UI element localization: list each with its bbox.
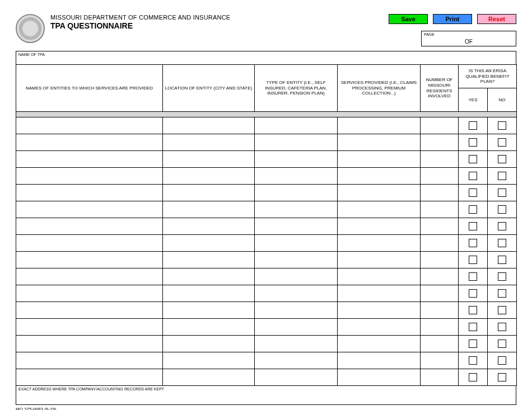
yes-checkbox[interactable] <box>469 188 477 197</box>
cell-residents[interactable] <box>421 268 459 285</box>
cell-location[interactable] <box>163 285 255 302</box>
cell-name[interactable] <box>16 302 163 319</box>
cell-services[interactable] <box>338 352 421 369</box>
cell-type[interactable] <box>255 185 338 201</box>
cell-type[interactable] <box>255 201 338 218</box>
cell-name[interactable] <box>16 319 163 336</box>
cell-residents[interactable] <box>421 336 459 352</box>
yes-checkbox[interactable] <box>469 172 477 180</box>
cell-location[interactable] <box>163 302 255 319</box>
cell-services[interactable] <box>338 134 421 151</box>
cell-name[interactable] <box>16 235 163 252</box>
cell-name[interactable] <box>16 369 163 386</box>
cell-name[interactable] <box>16 134 163 151</box>
yes-checkbox[interactable] <box>469 155 477 163</box>
no-checkbox[interactable] <box>498 340 506 348</box>
cell-name[interactable] <box>16 201 163 218</box>
cell-services[interactable] <box>338 319 421 336</box>
yes-checkbox[interactable] <box>469 356 477 365</box>
cell-location[interactable] <box>163 336 255 352</box>
cell-residents[interactable] <box>421 185 459 201</box>
save-button[interactable]: Save <box>389 14 428 24</box>
cell-type[interactable] <box>255 151 338 168</box>
no-checkbox[interactable] <box>498 272 506 281</box>
yes-checkbox[interactable] <box>469 138 477 147</box>
cell-services[interactable] <box>338 218 421 235</box>
cell-residents[interactable] <box>421 201 459 218</box>
cell-location[interactable] <box>163 201 255 218</box>
cell-residents[interactable] <box>421 285 459 302</box>
cell-location[interactable] <box>163 319 255 336</box>
cell-services[interactable] <box>338 201 421 218</box>
yes-checkbox[interactable] <box>469 272 477 281</box>
cell-name[interactable] <box>16 268 163 285</box>
cell-type[interactable] <box>255 117 338 134</box>
no-checkbox[interactable] <box>498 205 506 214</box>
cell-residents[interactable] <box>421 218 459 235</box>
cell-type[interactable] <box>255 168 338 185</box>
cell-name[interactable] <box>16 117 163 134</box>
no-checkbox[interactable] <box>498 155 506 163</box>
cell-name[interactable] <box>16 168 163 185</box>
cell-location[interactable] <box>163 168 255 185</box>
cell-location[interactable] <box>163 185 255 201</box>
no-checkbox[interactable] <box>498 289 506 298</box>
cell-services[interactable] <box>338 252 421 268</box>
no-checkbox[interactable] <box>498 356 506 365</box>
yes-checkbox[interactable] <box>469 121 477 130</box>
print-button[interactable]: Print <box>433 14 472 24</box>
cell-type[interactable] <box>255 252 338 268</box>
cell-name[interactable] <box>16 352 163 369</box>
cell-services[interactable] <box>338 235 421 252</box>
cell-services[interactable] <box>338 117 421 134</box>
cell-type[interactable] <box>255 369 338 386</box>
yes-checkbox[interactable] <box>469 373 477 381</box>
no-checkbox[interactable] <box>498 138 506 147</box>
no-checkbox[interactable] <box>498 121 506 130</box>
page-number-box[interactable]: PAGE OF <box>421 31 516 46</box>
cell-location[interactable] <box>163 268 255 285</box>
no-checkbox[interactable] <box>498 306 506 314</box>
address-field[interactable]: EXACT ADDRESS WHERE TPA COMPANY/ACCOUNTI… <box>16 386 516 405</box>
cell-location[interactable] <box>163 369 255 386</box>
cell-location[interactable] <box>163 252 255 268</box>
no-checkbox[interactable] <box>498 239 506 247</box>
no-checkbox[interactable] <box>498 172 506 180</box>
cell-location[interactable] <box>163 352 255 369</box>
cell-type[interactable] <box>255 336 338 352</box>
cell-services[interactable] <box>338 302 421 319</box>
no-checkbox[interactable] <box>498 256 506 264</box>
cell-services[interactable] <box>338 185 421 201</box>
yes-checkbox[interactable] <box>469 205 477 214</box>
yes-checkbox[interactable] <box>469 222 477 230</box>
yes-checkbox[interactable] <box>469 340 477 348</box>
cell-services[interactable] <box>338 168 421 185</box>
cell-residents[interactable] <box>421 134 459 151</box>
cell-name[interactable] <box>16 336 163 352</box>
cell-type[interactable] <box>255 235 338 252</box>
cell-services[interactable] <box>338 268 421 285</box>
cell-type[interactable] <box>255 319 338 336</box>
cell-residents[interactable] <box>421 117 459 134</box>
no-checkbox[interactable] <box>498 188 506 197</box>
name-of-tpa-field[interactable]: NAME OF TPA <box>16 51 516 64</box>
cell-name[interactable] <box>16 285 163 302</box>
cell-type[interactable] <box>255 352 338 369</box>
cell-name[interactable] <box>16 218 163 235</box>
cell-name[interactable] <box>16 252 163 268</box>
cell-location[interactable] <box>163 218 255 235</box>
cell-location[interactable] <box>163 117 255 134</box>
cell-location[interactable] <box>163 134 255 151</box>
cell-location[interactable] <box>163 235 255 252</box>
no-checkbox[interactable] <box>498 222 506 230</box>
yes-checkbox[interactable] <box>469 256 477 264</box>
yes-checkbox[interactable] <box>469 323 477 331</box>
cell-services[interactable] <box>338 285 421 302</box>
cell-services[interactable] <box>338 336 421 352</box>
cell-type[interactable] <box>255 285 338 302</box>
cell-residents[interactable] <box>421 168 459 185</box>
cell-residents[interactable] <box>421 302 459 319</box>
cell-residents[interactable] <box>421 319 459 336</box>
cell-residents[interactable] <box>421 369 459 386</box>
cell-location[interactable] <box>163 151 255 168</box>
